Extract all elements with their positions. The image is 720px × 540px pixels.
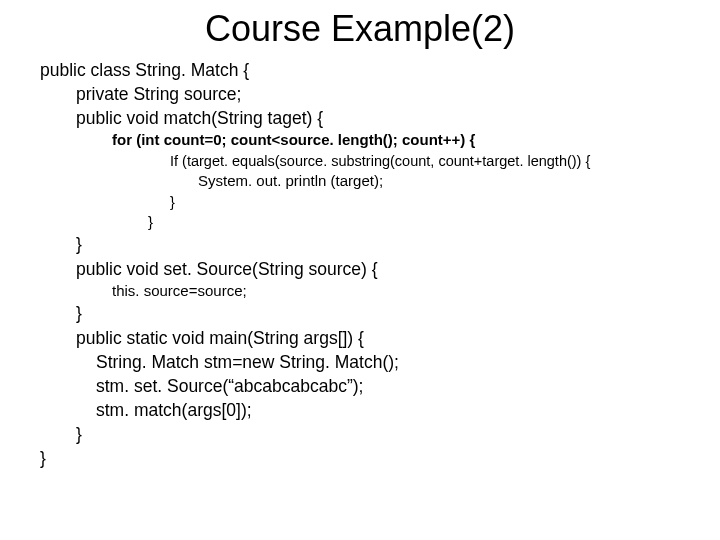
code-line: }: [40, 212, 720, 233]
code-line: stm. set. Source(“abcabcabcabc”);: [40, 374, 720, 398]
code-line: private String source;: [40, 82, 720, 106]
slide: Course Example(2) public class String. M…: [0, 0, 720, 540]
code-line: this. source=source;: [40, 281, 720, 302]
code-line: }: [40, 422, 720, 446]
code-line: }: [40, 192, 720, 212]
code-line: }: [40, 301, 720, 325]
code-line: public class String. Match {: [40, 58, 720, 82]
code-line: stm. match(args[0]);: [40, 398, 720, 422]
code-line: If (target. equals(source. substring(cou…: [40, 151, 720, 171]
code-line: public static void main(String args[]) {: [40, 326, 720, 350]
code-line: public void set. Source(String source) {: [40, 257, 720, 281]
code-block: public class String. Match { private Str…: [0, 58, 720, 470]
code-line: String. Match stm=new String. Match();: [40, 350, 720, 374]
code-line: }: [40, 232, 720, 256]
code-line: for (int count=0; count<source. length()…: [40, 130, 720, 151]
code-line: public void match(String taget) {: [40, 106, 720, 130]
code-line: System. out. println (target);: [40, 171, 720, 192]
slide-title: Course Example(2): [0, 8, 720, 50]
code-line: }: [40, 446, 720, 470]
